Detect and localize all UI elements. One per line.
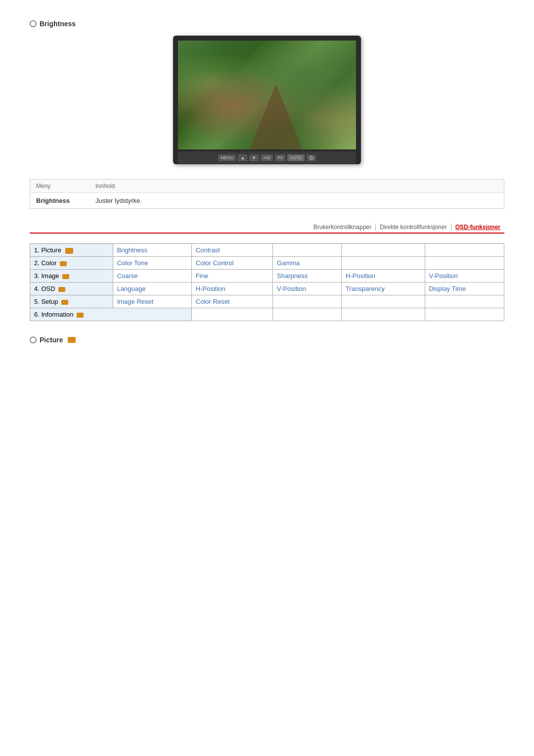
picture-section-title: Picture [30, 336, 504, 344]
brightness-label: Brightness [40, 20, 76, 28]
cell-empty1 [273, 244, 342, 257]
menu-item-label: 5. Setup [34, 298, 60, 305]
cell-empty2 [342, 244, 425, 257]
cell-empty7 [342, 295, 425, 308]
menu-item-label: 3. Image [34, 272, 61, 280]
info-table-header: Meny Innhold [30, 180, 504, 193]
monitor-controls: MENU ▲ ▼ A/D P/I AUTO ⏻ [178, 151, 356, 164]
osd-icon [58, 287, 65, 292]
monitor-screen [178, 41, 356, 149]
cell-imagereset: Image Reset [113, 295, 191, 308]
info-row-value: Juster lydstyrke. [95, 197, 498, 204]
info-table-row: Brightness Juster lydstyrke. [30, 193, 504, 208]
picture-circle-icon [30, 336, 37, 343]
color-icon [60, 261, 67, 266]
cell-empty9 [191, 308, 272, 321]
picture-icon [65, 248, 73, 254]
col-innhold: Innhold [95, 183, 498, 189]
nav-link-brukerkontroll[interactable]: Brukerkontrollknapper [310, 224, 376, 231]
cell-hposition: H-Position [342, 270, 425, 283]
cell-empty6 [273, 295, 342, 308]
cell-empty11 [342, 308, 425, 321]
cell-empty3 [425, 244, 504, 257]
setup-icon [61, 300, 68, 305]
menu-item-color: 2. Color [30, 257, 113, 270]
cell-colortone: Color Tone [113, 257, 191, 270]
cell-colorreset: Color Reset [191, 295, 272, 308]
menu-item-information: 6. Information [30, 308, 192, 321]
col-meny: Meny [36, 183, 95, 189]
cell-vposition: V-Position [425, 270, 504, 283]
info-table: Meny Innhold Brightness Juster lydstyrke… [30, 179, 504, 209]
down-button[interactable]: ▼ [249, 154, 259, 161]
table-row: 5. Setup Image Reset Color Reset [30, 295, 504, 308]
menu-item-label: 1. Picture [34, 246, 63, 254]
cell-empty10 [273, 308, 342, 321]
cell-hposition2: H-Position [191, 283, 272, 295]
table-row: 3. Image Coarse Fine Sharpness H-Positio… [30, 270, 504, 283]
monitor-wrapper: MENU ▲ ▼ A/D P/I AUTO ⏻ [30, 36, 504, 164]
table-row: 2. Color Color Tone Color Control Gamma [30, 257, 504, 270]
menu-item-osd: 4. OSD [30, 283, 113, 295]
cell-fine: Fine [191, 270, 272, 283]
brightness-section-title: Brightness [30, 20, 504, 28]
cell-vposition2: V-Position [273, 283, 342, 295]
cell-sharpness: Sharpness [273, 270, 342, 283]
pi-button[interactable]: P/I [275, 154, 285, 161]
info-icon [77, 313, 84, 318]
menu-item-image: 3. Image [30, 270, 113, 283]
nav-bar: Brukerkontrollknapper Direkte kontrollfu… [30, 224, 504, 234]
image-icon [62, 274, 69, 279]
cell-empty5 [425, 257, 504, 270]
cell-gamma: Gamma [273, 257, 342, 270]
up-button[interactable]: ▲ [238, 154, 247, 161]
menu-item-label: 2. Color [34, 259, 58, 267]
picture-menu-icon [68, 337, 76, 343]
cell-empty12 [425, 308, 504, 321]
cell-language: Language [113, 283, 191, 295]
brightness-circle-icon [30, 20, 37, 27]
auto-button[interactable]: AUTO [287, 154, 305, 161]
cell-contrast: Contrast [191, 244, 272, 257]
cell-coarse: Coarse [113, 270, 191, 283]
menu-item-label: 4. OSD [34, 285, 57, 292]
table-row: 4. OSD Language H-Position V-Position Tr… [30, 283, 504, 295]
ad-button[interactable]: A/D [261, 154, 273, 161]
menu-button[interactable]: MENU [218, 154, 236, 161]
cell-transparency: Transparency [342, 283, 425, 295]
osd-table: 1. Picture Brightness Contrast 2. Color … [30, 243, 504, 321]
menu-item-picture: 1. Picture [30, 244, 113, 257]
cell-empty4 [342, 257, 425, 270]
cell-displaytime: Display Time [425, 283, 504, 295]
cell-brightness: Brightness [113, 244, 191, 257]
nav-link-osd[interactable]: OSD-funksjoner [451, 224, 504, 231]
monitor: MENU ▲ ▼ A/D P/I AUTO ⏻ [173, 36, 361, 164]
power-button[interactable]: ⏻ [307, 154, 316, 161]
menu-item-label: 6. Information [34, 311, 75, 318]
cell-empty8 [425, 295, 504, 308]
picture-label: Picture [40, 336, 63, 344]
info-row-label: Brightness [36, 197, 95, 204]
table-row: 6. Information [30, 308, 504, 321]
cell-colorcontrol: Color Control [191, 257, 272, 270]
nav-link-direkte[interactable]: Direkte kontrollfunksjoner [376, 224, 451, 231]
menu-item-setup: 5. Setup [30, 295, 113, 308]
table-row: 1. Picture Brightness Contrast [30, 244, 504, 257]
